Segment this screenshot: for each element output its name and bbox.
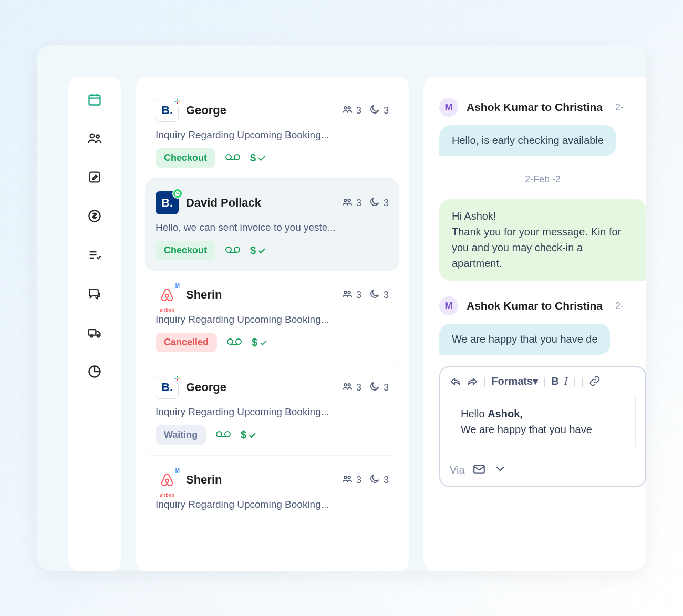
svg-rect-0 xyxy=(89,95,100,105)
svg-point-26 xyxy=(226,247,231,252)
svg-rect-36 xyxy=(177,376,178,378)
source-airbnb-icon: airbnb M xyxy=(156,468,179,491)
nav-calendar[interactable] xyxy=(87,93,102,108)
message-from: Ashok Kumar to Christina xyxy=(467,101,603,114)
sidebar xyxy=(68,77,121,571)
nav-chat[interactable] xyxy=(87,287,102,303)
thread-name: Sherin xyxy=(186,473,334,487)
svg-rect-18 xyxy=(177,102,178,104)
voicemail-icon xyxy=(215,429,231,442)
composer-body[interactable]: Hello Ashok, We are happy that you have xyxy=(450,395,636,448)
status-badge: Waiting xyxy=(156,425,206,445)
overlay-gmail-icon: M xyxy=(172,280,183,291)
source-booking-icon: B. xyxy=(156,376,179,399)
thread-item[interactable]: airbnb M Sherin 3 3 Inquiry Regarding Up… xyxy=(145,456,399,521)
svg-point-13 xyxy=(97,335,99,337)
svg-point-41 xyxy=(225,432,230,437)
message-bubble-out: Hi Ashok! Thank you for your message. Ki… xyxy=(439,199,646,281)
moon-icon xyxy=(369,473,380,487)
nav-tasks[interactable] xyxy=(87,248,102,264)
svg-point-5 xyxy=(96,135,99,138)
thread-preview: Inquiry Regarding Upcoming Booking... xyxy=(156,314,389,325)
svg-rect-16 xyxy=(178,101,180,102)
svg-rect-17 xyxy=(177,99,178,101)
moon-icon xyxy=(369,104,380,118)
source-booking-icon: B. xyxy=(156,99,179,122)
thread-meta: 3 3 xyxy=(341,104,389,118)
thread-preview: Inquiry Regarding Upcoming Booking... xyxy=(156,499,389,510)
bold-button[interactable]: B xyxy=(551,375,558,387)
edit-icon xyxy=(87,170,102,187)
dollar-circle-icon xyxy=(87,209,102,225)
composer: | Formats ▾ | B I | | Hello Ashok, We ar… xyxy=(439,366,646,487)
thread-name: George xyxy=(186,381,334,394)
svg-rect-15 xyxy=(174,101,177,102)
source-booking-icon: B. xyxy=(156,191,179,214)
svg-point-30 xyxy=(348,291,350,293)
overlay-whatsapp-icon xyxy=(172,188,183,199)
thread-preview: Inquiry Regarding Upcoming Booking... xyxy=(156,406,389,418)
moon-icon xyxy=(369,288,380,302)
guests-icon xyxy=(341,288,353,302)
svg-rect-11 xyxy=(88,330,96,335)
inbox-panel: B. George 3 3 Inquiry Regarding Upcoming… xyxy=(136,77,409,571)
composer-toolbar: | Formats ▾ | B I | | xyxy=(450,375,636,387)
avatar: M xyxy=(439,296,458,315)
voicemail-icon xyxy=(226,336,242,349)
svg-point-31 xyxy=(227,339,233,344)
moon-icon xyxy=(369,381,380,395)
thread-name: Sherin xyxy=(186,288,334,302)
thread-item[interactable]: B. George 3 3 Inquiry Regarding Upcoming… xyxy=(145,363,399,456)
status-badge: Checkout xyxy=(156,148,215,168)
paid-indicator: $ xyxy=(250,152,266,164)
overlay-slack-icon xyxy=(172,96,182,107)
nav-payments[interactable] xyxy=(87,209,102,225)
reply-button[interactable] xyxy=(450,375,461,387)
status-badge: Cancelled xyxy=(156,333,217,352)
people-icon xyxy=(87,131,102,148)
svg-point-19 xyxy=(344,106,347,109)
nav-logistics[interactable] xyxy=(87,326,102,342)
forward-button[interactable] xyxy=(467,375,478,387)
formats-dropdown[interactable]: Formats ▾ xyxy=(491,375,538,387)
nav-notes[interactable] xyxy=(87,170,102,186)
nav-guests[interactable] xyxy=(87,131,102,147)
svg-rect-45 xyxy=(474,466,484,473)
svg-point-44 xyxy=(348,476,350,478)
app-stage: B. George 3 3 Inquiry Regarding Upcoming… xyxy=(37,45,646,571)
svg-point-25 xyxy=(348,199,350,201)
thread-meta: 3 3 xyxy=(341,196,389,210)
chevron-down-icon xyxy=(493,462,507,478)
svg-point-40 xyxy=(216,432,222,437)
thread-item[interactable]: B. David Pollack 3 3 Hello, we can sent … xyxy=(145,179,399,271)
svg-point-21 xyxy=(226,155,231,160)
chat-icon xyxy=(87,286,102,303)
message-time: 2- xyxy=(615,301,624,312)
chat-panel: M Ashok Kumar to Christina 2- Hello, is … xyxy=(423,77,646,571)
svg-point-4 xyxy=(90,134,94,138)
nav-reports[interactable] xyxy=(87,365,102,381)
thread-item[interactable]: airbnb M Sherin 3 3 Inquiry Regarding Up… xyxy=(145,271,399,363)
svg-point-39 xyxy=(348,383,350,386)
svg-point-24 xyxy=(344,199,347,201)
thread-item[interactable]: B. George 3 3 Inquiry Regarding Upcoming… xyxy=(145,86,399,179)
svg-point-27 xyxy=(234,247,240,252)
pie-chart-icon xyxy=(87,364,102,381)
svg-point-20 xyxy=(348,106,350,109)
link-button[interactable] xyxy=(589,375,601,387)
overlay-gmail-icon: M xyxy=(172,465,183,476)
date-divider: 2-Feb -2 xyxy=(439,174,646,185)
thread-preview: Inquiry Regarding Upcoming Booking... xyxy=(156,129,389,141)
thread-preview: Hello, we can sent invoice to you yeste.… xyxy=(156,222,389,233)
message-header: M Ashok Kumar to Christina 2- xyxy=(439,296,646,315)
voicemail-icon xyxy=(225,152,241,165)
paid-indicator: $ xyxy=(250,244,266,256)
svg-point-22 xyxy=(234,155,240,160)
message-bubble-in: Hello, is early checking available xyxy=(439,125,616,156)
truck-icon xyxy=(87,325,102,342)
avatar: M xyxy=(439,98,458,117)
thread-meta: 3 3 xyxy=(341,473,389,487)
paid-indicator: $ xyxy=(252,336,268,348)
italic-button[interactable]: I xyxy=(564,375,568,387)
via-selector[interactable]: Via xyxy=(450,462,636,478)
